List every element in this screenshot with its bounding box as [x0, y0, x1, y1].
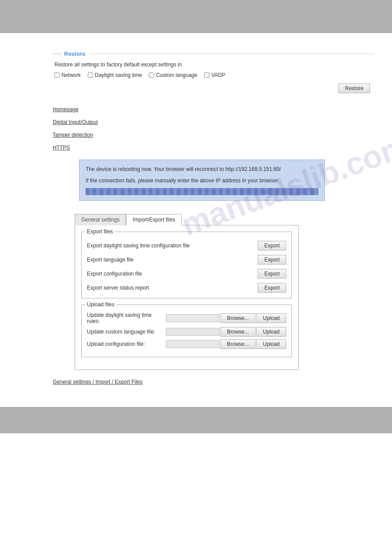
restore-button[interactable]: Restore	[338, 83, 370, 93]
reboot-line2: If the connection fails, please manually…	[86, 177, 318, 185]
export-status-row: Export server status report Export	[87, 281, 286, 293]
checkbox-custom-lang[interactable]: Custom language	[149, 72, 197, 78]
export-config-row: Export configuration file Export	[87, 267, 286, 279]
link-tamper[interactable]: Tamper detection	[53, 132, 374, 138]
upload-config-row: Upload configuration file: Browse... Upl…	[87, 339, 286, 349]
upload-daylight-input	[166, 314, 219, 322]
export-files-group: Export files Export daylight saving time…	[81, 232, 292, 298]
progress-bar	[86, 188, 318, 195]
upload-config-button[interactable]: Upload	[256, 339, 286, 349]
export-files-legend: Export files	[85, 229, 115, 235]
export-config-label: Export configuration file	[87, 271, 142, 277]
upload-daylight-row: Update daylight saving time rules: Brows…	[87, 312, 286, 324]
link-homepage[interactable]: Homepage	[53, 106, 374, 112]
export-language-label: Export language file	[87, 257, 133, 263]
export-status-button[interactable]: Export	[258, 283, 286, 293]
network-checkbox[interactable]	[54, 73, 60, 78]
reboot-line1: The device is rebooting now. Your browse…	[86, 165, 318, 173]
upload-daylight-button[interactable]: Upload	[256, 313, 286, 323]
custom-lang-label: Custom language	[156, 72, 197, 78]
restore-description: Restore all settings to factory default …	[54, 62, 374, 68]
upload-config-input	[166, 340, 219, 348]
bottom-link[interactable]: General settings / Import / Export Files	[53, 379, 374, 385]
tabs-row: General settings Import/Export files	[75, 214, 298, 225]
links-section: Homepage Digital Input/Output Tamper det…	[53, 106, 374, 151]
restore-title: Restore	[64, 51, 85, 57]
daylight-checkbox[interactable]	[88, 73, 93, 78]
tab-general-settings[interactable]: General settings	[75, 214, 126, 225]
vadp-label: VADP	[211, 72, 225, 78]
bottom-bar	[0, 407, 392, 433]
upload-language-label: Update custom language file:	[87, 329, 166, 335]
upload-files-legend: Upload files	[85, 301, 116, 308]
checkbox-vadp[interactable]: VADP	[204, 72, 225, 78]
daylight-label: Daylight saving time	[95, 72, 142, 78]
tab-import-export[interactable]: Import/Export files	[126, 214, 182, 225]
upload-language-input	[166, 328, 219, 336]
upload-language-button[interactable]: Upload	[256, 327, 286, 337]
section-line	[90, 54, 374, 54]
restore-checkboxes: Network Daylight saving time Custom lang…	[54, 72, 374, 78]
upload-language-row: Update custom language file: Browse... U…	[87, 327, 286, 337]
upload-config-label: Upload configuration file:	[87, 341, 166, 347]
upload-files-group: Upload files Update daylight saving time…	[81, 305, 292, 357]
network-label: Network	[61, 72, 81, 78]
export-status-label: Export server status report	[87, 285, 149, 291]
checkbox-network[interactable]: Network	[54, 72, 81, 78]
export-daylight-row: Export daylight saving time configuratio…	[87, 239, 286, 250]
export-language-row: Export language file Export	[87, 253, 286, 265]
link-digital-io[interactable]: Digital Input/Output	[53, 119, 374, 125]
custom-lang-checkbox[interactable]	[149, 73, 154, 78]
reboot-notification: The device is rebooting now. Your browse…	[79, 160, 325, 201]
export-language-button[interactable]: Export	[258, 255, 286, 265]
export-daylight-button[interactable]: Export	[258, 241, 286, 250]
restore-section: Restore Restore all settings to factory …	[53, 51, 374, 93]
progress-bar-inner	[86, 188, 318, 195]
tab-panel: General settings Import/Export files Exp…	[75, 214, 298, 370]
top-bar	[0, 0, 392, 33]
browse-config-button[interactable]: Browse...	[220, 339, 255, 349]
vadp-checkbox[interactable]	[204, 73, 209, 78]
browse-daylight-button[interactable]: Browse...	[220, 313, 255, 323]
upload-daylight-label: Update daylight saving time rules:	[87, 312, 166, 324]
link-https[interactable]: HTTPS	[53, 145, 374, 151]
section-dash	[53, 54, 61, 54]
checkbox-daylight[interactable]: Daylight saving time	[88, 72, 142, 78]
export-config-button[interactable]: Export	[258, 269, 286, 279]
browse-language-button[interactable]: Browse...	[220, 327, 255, 337]
tab-content: Export files Export daylight saving time…	[75, 225, 298, 370]
export-daylight-label: Export daylight saving time configuratio…	[87, 243, 190, 249]
